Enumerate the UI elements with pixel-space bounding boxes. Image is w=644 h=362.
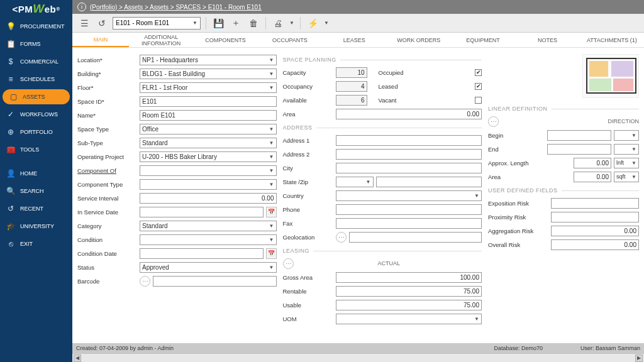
leased-checkbox[interactable]: ✔ [475,83,482,90]
sidebar-item-university[interactable]: 🎓UNIVERSITY [0,217,72,235]
geo-field[interactable] [349,232,482,243]
phone-field[interactable] [336,204,482,215]
trash-icon[interactable]: 🗑 [247,16,260,30]
occupied-checkbox[interactable]: ✔ [475,69,482,76]
rentable-field[interactable]: 75.00 [336,286,482,297]
end-field[interactable] [547,144,611,155]
list-icon[interactable]: ☰ [77,16,91,30]
h-scrollbar[interactable]: ◀ ▶ [72,353,644,362]
tab-components[interactable]: COMPONENTS [193,33,257,47]
state-field[interactable]: ▼ [336,177,374,187]
usable-label: Usable [283,302,333,309]
scroll-left-icon[interactable]: ◀ [74,354,81,362]
tab-notes[interactable]: NOTES [515,33,579,47]
sidebar-item-search[interactable]: 🔍SEARCH [0,182,72,200]
action-icon[interactable]: ⚡ [306,16,319,30]
tab-occupants[interactable]: OCCUPANTS [258,33,322,47]
subtype-field[interactable]: Standard▼ [140,138,277,148]
tab-equipment[interactable]: EQUIPMENT [451,33,515,47]
tab-main[interactable]: MAIN [72,33,129,47]
sidebar-item-tools[interactable]: 🧰TOOLS [0,141,72,158]
spacetype-label: Space Type [77,126,137,133]
sidebar-item-forms[interactable]: 📋FORMS [0,35,72,53]
sidebar-item-exit[interactable]: ⎋EXIT [0,235,72,253]
address1-field[interactable] [336,135,482,146]
record-selector[interactable]: E101 - Room E101▼ [113,17,201,30]
componentof-label[interactable]: Component Of [77,167,137,174]
subtype-label: Sub-Type [77,140,137,146]
tab-additional-information[interactable]: ADDITIONAL INFORMATION [129,33,193,47]
print-icon[interactable]: 🖨 [271,16,285,30]
udf3-field[interactable]: 0.00 [551,226,639,236]
name-field[interactable]: Room E101 [140,110,277,121]
sidebar-item-procurement[interactable]: 💡PROCUREMENT [0,18,72,35]
geo-options-icon[interactable]: ⋯ [336,232,347,243]
begin-field[interactable] [547,130,611,141]
tab-attachments-1-[interactable]: ATTACHMENTS (1) [580,33,644,47]
tab-work-orders[interactable]: WORK ORDERS [387,33,451,47]
country-label: Country [283,192,333,199]
udf2-field[interactable] [551,212,639,222]
linear-options-icon[interactable]: ⋯ [488,116,499,127]
insvc-field[interactable] [140,207,264,217]
linarea-unit-field[interactable]: sqft▼ [614,172,639,182]
udf4-field[interactable]: 0.00 [551,239,639,250]
usable-field[interactable]: 75.00 [336,300,482,310]
calendar-icon[interactable]: 📅 [266,248,277,259]
sidebar-item-recent[interactable]: ↺RECENT [0,200,72,217]
floor-field[interactable]: FLR1 - 1st Floor▼ [140,82,277,93]
city-field[interactable] [336,163,482,173]
vacant-checkbox[interactable] [475,97,482,104]
country-field[interactable]: ▼ [336,190,482,201]
barcode-options-icon[interactable]: ⋯ [140,276,150,287]
occupancy-field[interactable]: 4 [336,81,367,92]
barcode-field[interactable] [153,276,277,287]
componentof-field[interactable]: ▼ [140,165,277,176]
save-icon[interactable]: 💾 [211,16,225,30]
spacetype-field[interactable]: Office▼ [140,124,277,134]
zip-field[interactable] [376,177,482,187]
scroll-right-icon[interactable]: ▶ [635,354,643,362]
capacity-field[interactable]: 10 [336,67,367,78]
nav-icon: ✓ [6,110,15,119]
udf1-field[interactable] [551,198,639,209]
sidebar-item-assets[interactable]: ▢ASSETS [3,89,70,104]
approx-field[interactable]: 0.00 [574,158,611,168]
location-field[interactable]: NP1 - Headquarters▼ [140,55,277,65]
opproj-field[interactable]: U-200 - HBS Baker Library▼ [140,151,277,162]
address2-field[interactable] [336,149,482,160]
begin-dir-field[interactable]: ▼ [614,130,639,141]
sidebar-item-schedules[interactable]: ≡SCHEDULES [0,70,72,88]
fax-field[interactable] [336,218,482,229]
gross-field[interactable]: 100.00 [336,272,482,283]
spaceid-field[interactable]: E101 [140,96,277,107]
sidebar-item-commercial[interactable]: $COMMERCIAL [0,53,72,70]
conddate-field[interactable] [140,248,264,259]
address1-label: Address 1 [283,137,333,144]
svcint-field[interactable]: 0.00 [140,193,277,204]
category-field[interactable]: Standard▼ [140,221,277,231]
leasing-options-icon[interactable]: ⋯ [283,258,294,269]
end-dir-field[interactable]: ▼ [614,144,639,155]
calendar-icon[interactable]: 📅 [266,207,277,217]
floor-plan-image[interactable] [582,54,639,98]
condition-field[interactable]: ▼ [140,234,277,245]
area-field[interactable]: 0.00 [336,109,482,119]
info-icon[interactable]: i [77,3,86,11]
building-field[interactable]: BLDG1 - East Building▼ [140,69,277,79]
print-dropdown-icon[interactable]: ▼ [289,16,295,30]
uom-field[interactable]: ▼ [336,314,482,324]
sidebar-item-workflows[interactable]: ✓WORKFLOWS [0,106,72,123]
history-icon[interactable]: ↺ [95,16,109,30]
nav-icon: ≡ [6,75,15,84]
sidebar-item-portfolio[interactable]: ⊕PORTFOLIO [0,123,72,141]
action-dropdown-icon[interactable]: ▼ [323,16,330,30]
breadcrumb[interactable]: (Portfolio) > Assets > Assets > SPACES >… [90,4,262,11]
comptype-field[interactable]: ▼ [140,179,277,190]
tab-leases[interactable]: LEASES [322,33,386,47]
linarea-field[interactable]: 0.00 [574,172,611,182]
add-icon[interactable]: ＋ [229,16,243,30]
status-field[interactable]: Approved▼ [140,262,277,273]
approx-unit-field[interactable]: lnft▼ [614,158,639,168]
sidebar-item-home[interactable]: 👤HOME [0,165,72,182]
